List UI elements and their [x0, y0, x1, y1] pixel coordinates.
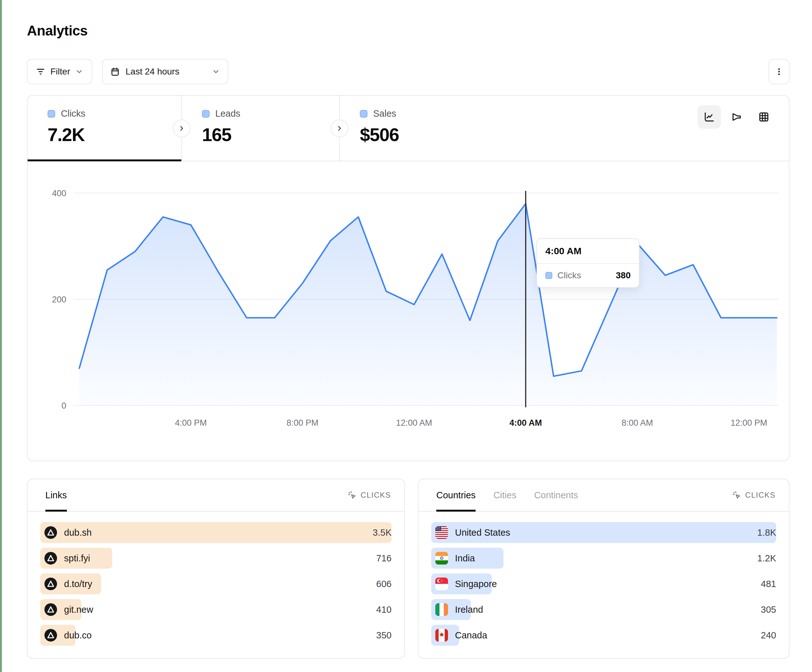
row-value: 240 — [761, 630, 776, 641]
sales-value: $506 — [360, 124, 498, 145]
tab-links-label: Links — [45, 490, 67, 500]
chart-view-switcher — [698, 105, 776, 129]
tab-cities[interactable]: Cities — [493, 479, 517, 511]
x-axis-tick: 12:00 AM — [396, 418, 432, 428]
x-axis-tick: 8:00 AM — [621, 418, 653, 428]
row-value: 716 — [376, 553, 392, 564]
metric-label: Sales — [373, 108, 396, 119]
tooltip-series-chip — [545, 272, 552, 279]
expand-metric-button[interactable] — [331, 119, 348, 137]
link-favicon — [44, 526, 57, 539]
link-row[interactable]: d.to/try606 — [40, 573, 392, 594]
row-label: d.to/try — [64, 579, 92, 589]
tab-sales[interactable]: Sales $506 — [340, 96, 498, 161]
tab-countries-label: Countries — [436, 490, 476, 500]
link-row[interactable]: dub.sh3.5K — [40, 522, 392, 543]
leads-value: 165 — [202, 124, 339, 145]
y-axis-tick: 0 — [61, 401, 66, 411]
link-favicon — [44, 552, 57, 565]
funnel-view-button[interactable] — [725, 105, 748, 129]
tab-clicks[interactable]: Clicks 7.2K — [27, 96, 181, 161]
countries-panel: Countries Cities Continents CLICKS Unite… — [418, 479, 790, 659]
link-favicon — [44, 629, 57, 641]
countries-metric-column: CLICKS — [732, 490, 776, 500]
row-label: India — [455, 553, 475, 564]
metric-label: Leads — [215, 108, 241, 119]
links-metric-column: CLICKS — [347, 490, 391, 500]
row-value: 1.8K — [757, 527, 776, 538]
flag-ca-icon — [435, 629, 448, 641]
row-value: 410 — [376, 604, 392, 615]
area-fill — [79, 204, 777, 406]
more-options-button[interactable] — [769, 59, 790, 84]
leads-legend-chip — [202, 110, 210, 118]
row-value: 350 — [376, 630, 392, 641]
table-view-button[interactable] — [752, 105, 776, 129]
row-value: 1.2K — [757, 553, 776, 564]
tooltip-time: 4:00 AM — [537, 239, 639, 264]
tab-cities-label: Cities — [493, 490, 517, 500]
row-value: 606 — [376, 579, 392, 589]
tooltip-value: 380 — [616, 270, 631, 281]
clicks-value: 7.2K — [48, 124, 181, 145]
filter-icon — [36, 67, 45, 77]
cursor-click-icon — [732, 490, 741, 500]
row-label: dub.co — [64, 630, 92, 641]
row-value: 305 — [761, 604, 776, 615]
kebab-menu-icon — [774, 67, 784, 77]
countries-metric-label: CLICKS — [745, 491, 776, 500]
line-chart-view-button[interactable] — [698, 105, 721, 129]
x-axis-tick: 12:00 PM — [730, 418, 767, 428]
row-value: 3.5K — [372, 527, 392, 538]
cursor-click-icon — [347, 490, 357, 500]
x-axis-tick: 4:00 PM — [175, 418, 207, 428]
row-value: 481 — [761, 579, 776, 589]
row-label: Canada — [455, 630, 487, 641]
row-label: Singapore — [455, 579, 497, 589]
row-label: Ireland — [455, 604, 483, 615]
filter-button-label: Filter — [50, 67, 70, 77]
country-row[interactable]: Singapore481 — [431, 573, 776, 594]
country-row[interactable]: India1.2K — [431, 548, 776, 569]
tab-links[interactable]: Links — [45, 479, 67, 511]
tab-continents-label: Continents — [534, 490, 578, 500]
expand-metric-button[interactable] — [173, 119, 191, 137]
links-panel-header: Links CLICKS — [27, 479, 404, 512]
metric-tabs-row: Clicks 7.2K Leads 165 Sales $506 — [27, 96, 789, 161]
link-row[interactable]: dub.co350 — [40, 625, 392, 646]
flag-sg-icon — [435, 578, 448, 590]
flag-in-icon — [435, 552, 448, 565]
x-axis-tick: 8:00 PM — [287, 418, 319, 428]
countries-list: United States1.8KIndia1.2KSingapore481Ir… — [418, 512, 789, 646]
country-row[interactable]: Ireland305 — [431, 599, 776, 620]
link-favicon — [44, 603, 57, 616]
flag-ie-icon — [435, 603, 448, 616]
tab-countries[interactable]: Countries — [436, 479, 476, 511]
filter-button[interactable]: Filter — [27, 59, 92, 84]
link-row[interactable]: git.new410 — [40, 599, 392, 620]
sales-legend-chip — [360, 110, 367, 118]
calendar-icon — [110, 67, 120, 77]
chevron-down-icon — [75, 68, 84, 76]
row-label: spti.fyi — [64, 553, 90, 564]
y-axis-tick: 400 — [52, 189, 66, 198]
metric-label: Clicks — [61, 108, 85, 119]
country-row[interactable]: United States1.8K — [431, 522, 776, 543]
tab-continents[interactable]: Continents — [534, 479, 578, 511]
x-axis-tick: 4:00 AM — [510, 418, 542, 428]
chevron-down-icon — [212, 68, 220, 76]
analytics-card: Clicks 7.2K Leads 165 Sales $506 — [27, 95, 790, 461]
tab-leads[interactable]: Leads 165 — [182, 96, 339, 161]
date-range-label: Last 24 hours — [126, 67, 179, 77]
flag-us-icon — [435, 526, 448, 539]
country-row[interactable]: Canada240 — [431, 625, 776, 646]
date-range-button[interactable]: Last 24 hours — [102, 59, 228, 84]
analytics-page: Analytics Filter Last 24 hours — [0, 0, 812, 672]
row-label: United States — [455, 527, 510, 538]
link-favicon — [44, 578, 57, 590]
bar-fill — [40, 522, 392, 543]
links-panel: Links CLICKS dub.sh3.5Kspti.fyi716d.to/t… — [27, 479, 405, 659]
tooltip-series-label: Clicks — [558, 270, 581, 281]
clicks-area-chart[interactable]: 02004004:00 PM8:00 PM12:00 AM4:00 AM8:00… — [27, 161, 789, 461]
link-row[interactable]: spti.fyi716 — [40, 548, 392, 569]
